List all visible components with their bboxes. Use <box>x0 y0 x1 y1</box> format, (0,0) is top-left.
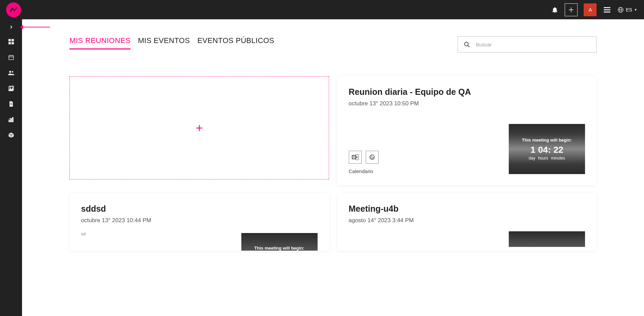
svg-line-27 <box>468 45 469 47</box>
tab-eventos-publicos[interactable]: EVENTOS PÚBLICOS <box>197 36 274 49</box>
cube-icon[interactable] <box>8 132 14 138</box>
top-bar: A ES ▼ <box>0 0 644 19</box>
outlook-calendar-icon[interactable]: O <box>349 151 362 164</box>
document-icon[interactable] <box>9 101 14 107</box>
google-calendar-icon[interactable] <box>366 151 379 164</box>
app-logo[interactable] <box>6 2 21 17</box>
analytics-icon[interactable] <box>8 117 14 122</box>
countdown-label: This meeting will begin: <box>522 138 572 143</box>
tabs: MIS REUNIONES MIS EVENTOS EVENTOS PÚBLIC… <box>69 36 274 49</box>
search-box[interactable] <box>458 36 597 52</box>
language-label: ES <box>626 7 632 13</box>
sidebar <box>0 19 22 264</box>
meeting-date: octubre 13° 2023 10:44 PM <box>81 217 318 224</box>
countdown-hours: 04: <box>538 145 551 155</box>
tab-mis-eventos[interactable]: MIS EVENTOS <box>138 36 190 49</box>
main-content: MIS REUNIONES MIS EVENTOS EVENTOS PÚBLIC… <box>22 19 644 264</box>
svg-rect-11 <box>12 42 14 44</box>
svg-rect-10 <box>8 42 11 44</box>
meeting-card[interactable]: Meeting-u4b agosto 14° 2023 3:44 PM <box>337 193 597 251</box>
countdown-minutes: 22 <box>554 145 563 155</box>
meeting-preview <box>509 231 585 247</box>
svg-rect-12 <box>9 56 14 60</box>
svg-rect-8 <box>8 39 11 41</box>
svg-rect-24 <box>11 119 12 122</box>
hamburger-menu-icon[interactable] <box>603 5 611 14</box>
meeting-date: octubre 13° 2023 10:50 PM <box>349 100 585 107</box>
plus-icon <box>196 124 203 132</box>
countdown-day: 1 <box>530 145 535 155</box>
day-unit: day <box>529 156 535 161</box>
meeting-title: Reunion diaria - Equipo de QA <box>349 87 585 97</box>
svg-rect-9 <box>12 39 14 41</box>
add-meeting-card[interactable] <box>69 76 329 180</box>
meeting-date: agosto 14° 2023 3:44 PM <box>349 217 585 224</box>
create-button[interactable] <box>565 3 578 16</box>
svg-point-26 <box>465 42 468 46</box>
search-input[interactable] <box>476 42 590 47</box>
svg-rect-23 <box>9 120 10 122</box>
notifications-icon[interactable] <box>551 6 559 14</box>
gallery-icon[interactable] <box>8 86 14 91</box>
minutes-unit: minutes <box>551 156 565 161</box>
dashboard-icon[interactable] <box>8 39 14 44</box>
calendar-icon[interactable] <box>8 55 14 60</box>
countdown-label: This meeting will begin: <box>254 246 304 251</box>
people-icon[interactable] <box>8 70 14 76</box>
svg-rect-22 <box>10 104 12 105</box>
svg-point-16 <box>9 71 11 73</box>
meeting-title: sddsd <box>81 204 318 214</box>
svg-rect-21 <box>10 103 12 104</box>
expand-sidebar-icon[interactable] <box>9 25 13 29</box>
meeting-card[interactable]: Reunion diaria - Equipo de QA octubre 13… <box>337 76 597 185</box>
hours-unit: hours <box>538 156 548 161</box>
meeting-preview: This meeting will begin: <box>241 233 318 251</box>
annotation-arrow <box>20 25 50 29</box>
svg-point-17 <box>12 71 13 72</box>
meeting-title: Meeting-u4b <box>349 204 585 214</box>
svg-point-20 <box>9 88 10 88</box>
chevron-down-icon: ▼ <box>634 8 637 12</box>
meeting-preview: This meeting will begin: 1 04: 22 day ho… <box>509 124 585 174</box>
search-icon <box>464 42 470 47</box>
tab-mis-reuniones[interactable]: MIS REUNIONES <box>69 36 130 49</box>
cards-grid: Reunion diaria - Equipo de QA octubre 13… <box>69 76 597 251</box>
calendar-label: Calendario <box>349 168 379 174</box>
meeting-card[interactable]: sddsd octubre 13° 2023 10:44 PM sd This … <box>69 193 329 251</box>
svg-text:O: O <box>353 156 355 158</box>
language-selector[interactable]: ES ▼ <box>618 7 637 13</box>
user-avatar[interactable]: A <box>584 3 597 16</box>
